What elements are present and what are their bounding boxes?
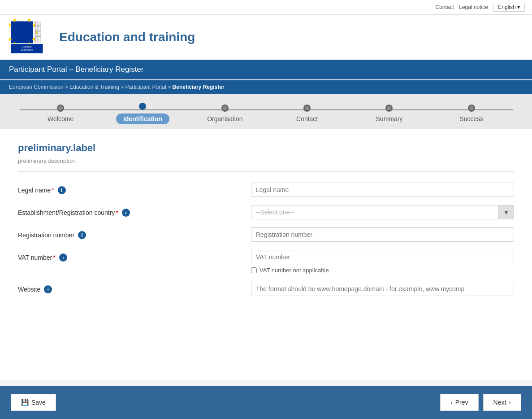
breadcrumb: European Commission > Education & Traini… (0, 80, 532, 94)
contact-link[interactable]: Contact (436, 4, 454, 10)
svg-text:European: European (22, 46, 31, 48)
vat-not-applicable-checkbox[interactable] (251, 267, 257, 273)
language-label: English (498, 4, 515, 10)
step-label-welcome: Welcome (48, 115, 74, 122)
step-success[interactable]: Success (430, 105, 512, 122)
header: European Commission Education and traini… (0, 15, 532, 60)
step-dot-contact (303, 105, 311, 112)
form-label-cell-legal-name: Legal name * i (18, 183, 251, 194)
breadcrumb-item-2[interactable]: Education & Training (69, 84, 119, 90)
form-label-cell-website: Website i (18, 282, 251, 293)
vat-info-icon[interactable]: i (59, 253, 67, 262)
establishment-required: * (116, 209, 118, 216)
steps-container: Welcome Identification Organisation Cont… (20, 103, 513, 124)
step-label-contact: Contact (296, 115, 318, 122)
vat-number-label: VAT number (18, 254, 52, 261)
form-field-vat: VAT number not applicable (251, 250, 514, 274)
website-info-icon[interactable]: i (44, 285, 52, 293)
form-row-website: Website i (18, 282, 514, 296)
vat-number-input[interactable] (251, 250, 514, 264)
form-field-registration-number (251, 227, 514, 242)
vat-checkbox-row: VAT number not applicable (251, 267, 514, 274)
form-field-establishment: --Select one-- ▾ (251, 205, 514, 219)
establishment-info-icon[interactable]: i (122, 209, 130, 217)
svg-rect-22 (35, 35, 41, 37)
website-label: Website (18, 286, 40, 293)
registration-number-label: Registration number (18, 231, 74, 239)
svg-rect-19 (39, 21, 41, 43)
step-label-identification: Identification (116, 113, 169, 124)
page-label: preliminary.label (18, 142, 514, 154)
establishment-select[interactable]: --Select one-- (251, 205, 514, 219)
form-label-cell-vat: VAT number * i (18, 250, 251, 262)
logo-area: European Commission (9, 19, 48, 55)
language-button[interactable]: English ▾ (493, 3, 525, 12)
breadcrumb-item-4: Beneficiary Register (173, 84, 225, 90)
sub-header: Participant Portal – Beneficiary Registe… (0, 60, 532, 79)
steps-bar: Welcome Identification Organisation Cont… (0, 94, 532, 129)
establishment-label: Establishment/Registration country (18, 209, 115, 216)
form-row-vat-number: VAT number * i VAT number not applicable (18, 250, 514, 274)
step-dot-summary (385, 105, 393, 112)
legal-name-label: Legal name (18, 187, 51, 194)
page-description: preliminary.description (18, 157, 514, 172)
step-organisation[interactable]: Organisation (184, 105, 266, 122)
registration-number-info-icon[interactable]: i (78, 231, 86, 239)
website-input[interactable] (251, 282, 514, 296)
svg-rect-20 (35, 25, 41, 26)
form-label-cell-registration-number: Registration number i (18, 227, 251, 239)
form-row-legal-name: Legal name * i (18, 183, 514, 197)
language-arrow-icon: ▾ (517, 4, 520, 10)
registration-number-input[interactable] (251, 227, 514, 242)
step-label-organisation: Organisation (207, 115, 242, 122)
step-label-success: Success (459, 115, 483, 122)
step-dot-identification (139, 103, 146, 110)
svg-text:Commission: Commission (21, 49, 33, 51)
breadcrumb-separator-1: > (65, 84, 69, 90)
form-label-cell-establishment: Establishment/Registration country * i (18, 205, 251, 217)
breadcrumb-separator-3: > (168, 84, 172, 90)
svg-rect-18 (37, 21, 39, 43)
form-row-registration-number: Registration number i (18, 227, 514, 242)
step-summary[interactable]: Summary (348, 105, 430, 122)
top-bar: Contact Legal notice English ▾ (0, 0, 532, 15)
legal-notice-link[interactable]: Legal notice (459, 4, 488, 10)
breadcrumb-item-3[interactable]: Participant Portal (125, 84, 166, 90)
step-contact[interactable]: Contact (266, 105, 348, 122)
eu-commission-logo: European Commission (9, 19, 45, 55)
svg-rect-17 (35, 21, 36, 43)
form-field-legal-name (251, 183, 514, 197)
breadcrumb-separator-2: > (121, 84, 125, 90)
vat-not-applicable-label[interactable]: VAT number not applicable (260, 267, 329, 274)
step-welcome[interactable]: Welcome (20, 105, 102, 122)
establishment-select-wrapper: --Select one-- ▾ (251, 205, 514, 219)
svg-rect-21 (35, 31, 41, 32)
step-dot-organisation (221, 105, 229, 112)
main-content: preliminary.label preliminary.descriptio… (0, 129, 532, 380)
legal-name-required: * (52, 187, 54, 194)
step-dot-success (468, 105, 475, 112)
step-dot-welcome (57, 105, 64, 112)
vat-required: * (53, 254, 55, 261)
breadcrumb-item-1[interactable]: European Commission (9, 84, 63, 90)
form: Legal name * i Establishment/Registratio… (18, 183, 514, 296)
legal-name-input[interactable] (251, 183, 514, 197)
step-identification[interactable]: Identification (102, 103, 184, 124)
site-title: Education and training (59, 30, 195, 44)
svg-rect-1 (11, 21, 33, 43)
legal-name-info-icon[interactable]: i (58, 186, 66, 194)
step-label-summary: Summary (376, 115, 403, 122)
form-field-website (251, 282, 514, 296)
svg-rect-14 (11, 44, 43, 53)
sub-header-title: Participant Portal – Beneficiary Registe… (9, 65, 143, 74)
form-row-establishment: Establishment/Registration country * i -… (18, 205, 514, 219)
